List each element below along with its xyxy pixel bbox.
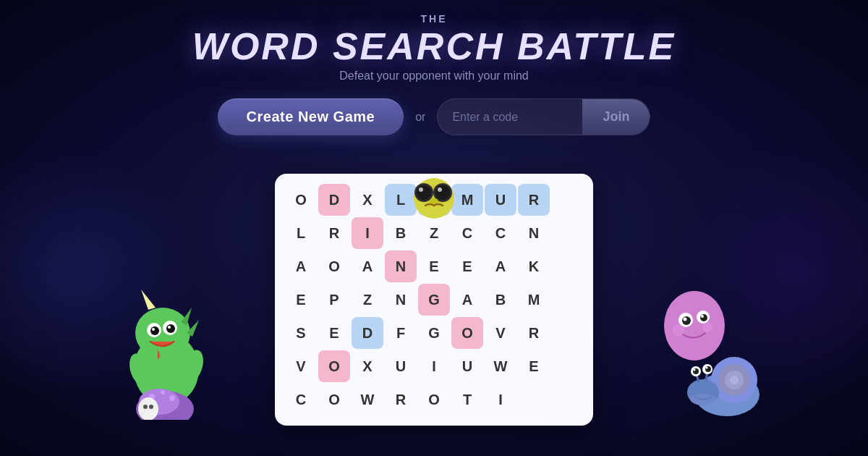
grid-cell-1: D [318,184,350,216]
grid-cell-17 [551,217,583,249]
grid-cell-6: U [485,184,516,216]
header-title: WORD SEARCH BATTLE [192,25,676,68]
grid-cell-2: X [352,184,383,216]
grid-cell-0: O [285,184,317,216]
grid-cell-19: O [318,250,350,282]
grid-cell-37: E [318,317,350,349]
monster-glasses [405,165,463,226]
grid-cell-26 [551,250,583,282]
grid-cell-24: A [485,250,516,282]
svg-point-9 [430,198,438,204]
grid-cell-54: C [285,384,317,415]
grid-cell-50: U [451,350,483,382]
svg-point-30 [149,405,153,409]
grid-cell-33: B [485,284,516,316]
grid-cell-60: I [485,384,516,415]
grid-cell-44 [551,317,583,349]
grid-cell-40: G [418,317,450,349]
grid-cell-58: O [418,384,450,415]
header-the-label: THE [192,13,676,25]
svg-point-54 [690,394,716,405]
join-group: Join [437,98,650,135]
grid-cell-18: A [285,250,317,282]
grid-cell-20: A [352,250,383,282]
grid-cell-57: R [385,384,417,415]
svg-point-33 [682,316,691,325]
grid-cell-62 [551,384,583,415]
svg-point-31 [664,291,725,360]
svg-point-19 [166,324,175,333]
svg-point-27 [169,395,175,401]
grid-cell-25: K [518,250,550,282]
svg-point-34 [684,318,687,321]
grid-cell-59: T [451,384,483,415]
svg-point-20 [168,326,171,329]
grid-cell-10: R [318,217,350,249]
grid-cell-46: O [318,350,350,382]
grid-cell-15: C [485,217,516,249]
grid-cell-56: W [352,384,383,415]
grid-cell-7: R [518,184,550,216]
grid-cell-47: X [352,350,383,382]
svg-point-6 [436,186,449,199]
header: THE WORD SEARCH BATTLE Defeat your oppon… [192,13,676,83]
svg-point-28 [138,397,158,420]
svg-point-44 [730,376,739,384]
svg-point-16 [150,326,159,335]
grid-cell-61 [518,384,550,415]
svg-point-7 [438,187,442,192]
or-separator: or [415,111,425,124]
svg-point-4 [419,187,423,192]
svg-point-3 [417,186,430,199]
header-subtitle: Defeat your opponent with your mind [192,69,676,83]
grid-cell-11: I [352,217,383,249]
grid-cell-36: S [285,317,317,349]
code-input[interactable] [438,101,582,134]
grid-cell-41: O [451,317,483,349]
svg-marker-12 [141,290,156,310]
grid-cell-35 [551,284,583,316]
grid-cell-43: R [518,317,550,349]
grid-cell-23: E [451,250,483,282]
grid-cell-55: O [318,384,350,415]
grid-cell-9: L [285,217,317,249]
grid-cell-53 [551,350,583,382]
grid-cell-27: E [285,284,317,316]
grid-cell-16: N [518,217,550,249]
grid-cell-39: F [385,317,417,349]
grid-cell-49: I [418,350,450,382]
grid-cell-22: E [418,250,450,282]
grid-cell-32: A [451,284,483,316]
grid-cell-8 [551,184,583,216]
grid-cell-42: V [485,317,516,349]
grid-cell-29: Z [352,284,383,316]
controls-bar: Create New Game or Join [218,98,651,135]
monster-group-right [651,282,767,437]
svg-point-37 [701,315,704,318]
svg-point-53 [706,367,708,369]
grid-cell-21: N [385,250,417,282]
monster-group-left [109,275,224,423]
svg-point-11 [135,308,190,358]
svg-point-39 [702,322,712,332]
grid-cell-34: M [518,284,550,316]
svg-point-26 [161,390,165,394]
grid-cell-28: P [318,284,350,316]
svg-point-36 [700,314,707,321]
grid-cell-52: E [518,350,550,382]
svg-point-17 [152,328,155,331]
grid-cell-48: U [385,350,417,382]
svg-point-49 [694,369,696,371]
create-new-game-button[interactable]: Create New Game [218,98,404,135]
grid-cell-30: N [385,284,417,316]
grid-cell-51: W [485,350,516,382]
grid-cell-45: V [285,350,317,382]
grid-cell-38: D [352,317,383,349]
grid-cell-31: G [418,284,450,316]
join-button[interactable]: Join [582,99,650,135]
svg-point-29 [143,405,148,409]
